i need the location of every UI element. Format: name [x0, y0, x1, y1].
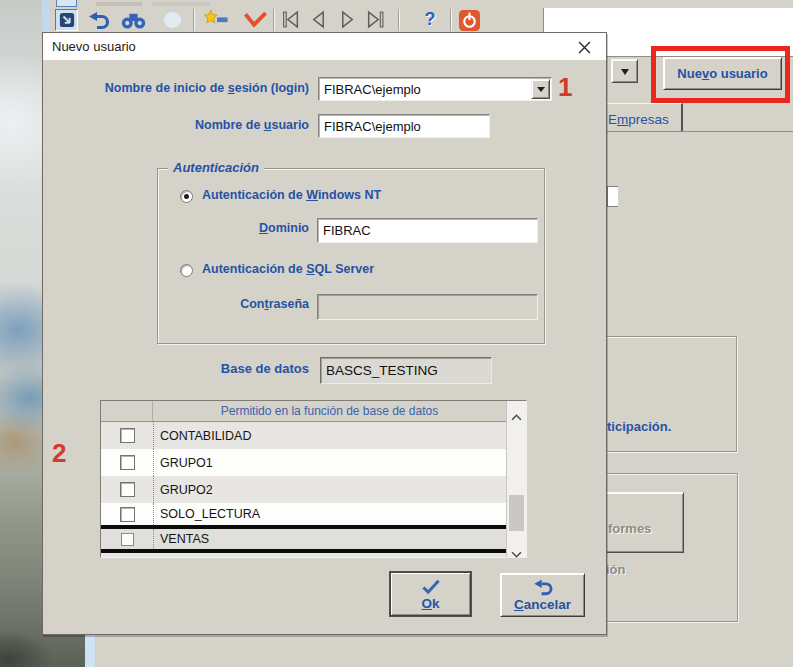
- dialog-titlebar: Nuevo usuario: [43, 33, 606, 60]
- toolbar-separator: [273, 9, 275, 31]
- role-checkbox[interactable]: [120, 482, 135, 497]
- login-combobox-dropdown[interactable]: [531, 79, 550, 99]
- role-checkbox[interactable]: [120, 428, 135, 443]
- role-name: GRUPO2: [153, 476, 506, 503]
- dropdown-arrow-icon: [621, 69, 629, 79]
- tab-empresas[interactable]: Empresas: [596, 103, 683, 131]
- username-field[interactable]: [318, 114, 490, 138]
- annotation-step-1: 1: [558, 72, 572, 103]
- username-label: Nombre de usuario: [61, 118, 309, 132]
- app-mini-text-fragment: [152, 2, 210, 6]
- table-row[interactable]: GRUPO2: [101, 476, 506, 503]
- current-record-icon[interactable]: [55, 9, 78, 31]
- close-icon[interactable]: [578, 40, 591, 53]
- annotation-step-2: 2: [52, 438, 66, 469]
- login-combobox-input[interactable]: [319, 78, 531, 100]
- new-user-dialog: Nuevo usuario Nombre de inicio de sesión…: [42, 32, 607, 635]
- table-row[interactable]: GRUPO1: [101, 449, 506, 476]
- grid-header-label: Permitido en la función de base de datos: [153, 404, 506, 418]
- help-icon[interactable]: ?: [420, 9, 440, 31]
- background-dropdown-button[interactable]: [611, 59, 638, 83]
- cancel-button-label: Cancelar: [514, 597, 571, 612]
- domain-input[interactable]: [318, 219, 537, 242]
- table-row[interactable]: SOLO_LECTURA: [101, 503, 506, 525]
- new-record-icon[interactable]: [202, 9, 230, 30]
- auth-groupbox-title: Autenticación: [168, 160, 264, 175]
- app-mini-icon: [56, 0, 77, 7]
- cancel-edit-icon[interactable]: [241, 10, 269, 29]
- scrollbar-thumb[interactable]: [509, 495, 524, 531]
- login-combobox[interactable]: [318, 77, 552, 101]
- role-name: GRUPO1: [153, 449, 506, 476]
- password-label: Contraseña: [178, 297, 309, 311]
- database-input: [321, 358, 491, 383]
- screen: ? Nuevo usuario Empresas ticipación. for…: [0, 0, 793, 667]
- auth-sql-label: Autenticación de SQL Server: [202, 262, 374, 276]
- dropdown-arrow-icon: [537, 87, 545, 96]
- nav-first-icon[interactable]: [279, 10, 303, 29]
- annotation-highlight-box: [651, 46, 790, 103]
- grid-scrollbar[interactable]: [506, 401, 526, 557]
- participacion-fragment: ticipación.: [607, 419, 671, 434]
- role-name: CONTABILIDAD: [153, 422, 506, 449]
- scroll-down-icon[interactable]: [511, 544, 522, 562]
- cancel-button[interactable]: Cancelar: [500, 573, 585, 617]
- login-label: Nombre de inicio de sesión (login): [61, 81, 309, 95]
- check-icon: [420, 578, 442, 595]
- current-record-glyph: [59, 12, 75, 28]
- auth-sql-radio[interactable]: [180, 264, 193, 277]
- domain-field[interactable]: [317, 218, 538, 243]
- ok-button-label: Ok: [421, 596, 439, 611]
- grid-row-divider: [101, 549, 506, 553]
- roles-grid: Permitido en la función de base de datos…: [100, 400, 527, 558]
- undo-icon[interactable]: [86, 10, 110, 30]
- role-checkbox[interactable]: [120, 507, 135, 522]
- role-checkbox[interactable]: [120, 455, 135, 470]
- ok-button[interactable]: Ok: [390, 572, 471, 616]
- toolbar-separator: [193, 9, 195, 31]
- exit-icon[interactable]: [459, 10, 480, 31]
- grid-header-spacer: [101, 401, 153, 421]
- auth-windows-radio[interactable]: [180, 190, 193, 203]
- nav-last-icon[interactable]: [363, 10, 387, 29]
- app-frame-strip: [42, 0, 49, 32]
- toolbar-separator: [398, 9, 400, 31]
- auth-windows-label: Autenticación de Windows NT: [202, 188, 381, 202]
- role-name: VENTAS: [153, 529, 506, 549]
- password-field: [317, 294, 538, 320]
- nav-next-icon[interactable]: [335, 10, 359, 29]
- role-name: SOLO_LECTURA: [153, 503, 506, 525]
- database-label: Base de datos: [61, 361, 309, 376]
- app-bottom-strip: [85, 635, 793, 667]
- background-groupbox-participacion: [597, 336, 737, 452]
- username-input[interactable]: [319, 115, 489, 137]
- domain-label: Dominio: [178, 221, 309, 235]
- informes-button-label: formes: [608, 521, 651, 536]
- informes-button[interactable]: formes: [599, 492, 684, 553]
- tab-empresas-label: Empresas: [608, 112, 669, 127]
- background-input-fragment: [607, 186, 618, 207]
- table-row[interactable]: VENTAS: [101, 529, 506, 549]
- database-field: [320, 357, 492, 384]
- toolbar-separator: [450, 9, 452, 31]
- find-icon[interactable]: [120, 10, 147, 30]
- password-input: [318, 295, 537, 319]
- app-mini-text-fragment: [96, 2, 142, 6]
- scroll-up-icon[interactable]: [511, 407, 522, 425]
- roles-grid-rows: Permitido en la función de base de datos…: [101, 401, 506, 553]
- app-bottom-edge: [85, 635, 95, 667]
- tab-strip-line: [596, 131, 793, 132]
- cion-fragment: ión: [606, 562, 626, 577]
- grid-header-row: Permitido en la función de base de datos: [101, 401, 506, 422]
- undo-arrow-icon: [532, 578, 553, 596]
- inactive-circle-icon: [163, 11, 182, 29]
- table-row[interactable]: CONTABILIDAD: [101, 422, 506, 449]
- role-checkbox[interactable]: [121, 533, 134, 546]
- auth-groupbox: Autenticación Autenticación de Windows N…: [157, 168, 545, 344]
- dialog-title: Nuevo usuario: [52, 39, 136, 54]
- nav-prev-icon[interactable]: [307, 10, 331, 29]
